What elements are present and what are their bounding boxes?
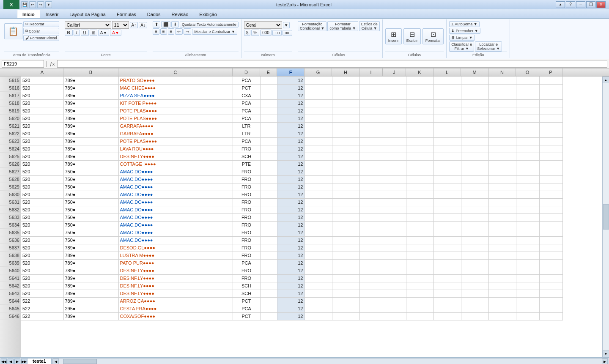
cell-h5634[interactable]: [332, 221, 359, 229]
cell-b5637[interactable]: 789●: [63, 244, 118, 252]
cell-h5620[interactable]: [332, 115, 359, 122]
cell-h5627[interactable]: [332, 168, 359, 175]
cell-o5616[interactable]: [516, 84, 539, 92]
cell-o5634[interactable]: [516, 221, 539, 229]
cell-k5645[interactable]: [406, 305, 433, 312]
row-number-5640[interactable]: 5640: [0, 267, 21, 274]
cell-p5625[interactable]: [539, 153, 562, 160]
cell-f5627[interactable]: 12: [277, 168, 304, 175]
cell-j5635[interactable]: [383, 229, 406, 236]
cell-k5641[interactable]: [406, 274, 433, 282]
col-header-n[interactable]: N: [488, 68, 516, 76]
cell-a5620[interactable]: 520: [21, 115, 63, 122]
undo-quick-button[interactable]: ↩: [29, 1, 36, 8]
cell-e5624[interactable]: [260, 145, 277, 153]
cell-g5635[interactable]: [304, 229, 332, 236]
cell-b5627[interactable]: 750●: [63, 168, 118, 175]
cell-j5639[interactable]: [383, 259, 406, 267]
cell-d5640[interactable]: FRO: [233, 267, 260, 274]
cell-g5621[interactable]: [304, 122, 332, 130]
row-number-5619[interactable]: 5619: [0, 107, 21, 115]
tab-dados[interactable]: Dados: [142, 10, 166, 18]
cell-l5643[interactable]: [433, 290, 461, 297]
cell-a5646[interactable]: 522: [21, 312, 63, 320]
increase-decimal-button[interactable]: .00: [272, 30, 282, 36]
cell-j5631[interactable]: [383, 198, 406, 206]
row-number-5618[interactable]: 5618: [0, 99, 21, 107]
cell-f5640[interactable]: 12: [277, 267, 304, 274]
cell-j5643[interactable]: [383, 290, 406, 297]
cell-h5617[interactable]: [332, 92, 359, 99]
cell-g5630[interactable]: [304, 191, 332, 198]
cell-n5640[interactable]: [488, 267, 516, 274]
cell-e5626[interactable]: [260, 160, 277, 168]
col-header-i[interactable]: I: [359, 68, 383, 76]
cell-n5642[interactable]: [488, 282, 516, 290]
sheet-nav-last[interactable]: ▶▶: [21, 359, 27, 364]
cell-i5645[interactable]: [359, 305, 383, 312]
cell-f5619[interactable]: 12: [277, 107, 304, 115]
cell-o5632[interactable]: [516, 206, 539, 213]
cell-d5636[interactable]: FRO: [233, 236, 260, 244]
cell-o5637[interactable]: [516, 244, 539, 252]
find-select-button[interactable]: Localizar eSelecionar ▼: [475, 41, 502, 52]
col-header-c[interactable]: C: [118, 68, 233, 76]
cell-e5619[interactable]: [260, 107, 277, 115]
cell-l5640[interactable]: [433, 267, 461, 274]
cell-j5640[interactable]: [383, 267, 406, 274]
cell-l5635[interactable]: [433, 229, 461, 236]
cell-n5627[interactable]: [488, 168, 516, 175]
h-scrollbar-thumb[interactable]: [63, 359, 97, 364]
cell-l5633[interactable]: [433, 213, 461, 221]
cell-e5643[interactable]: [260, 290, 277, 297]
row-number-5638[interactable]: 5638: [0, 252, 21, 259]
cell-p5629[interactable]: [539, 183, 562, 191]
cell-p5642[interactable]: [539, 282, 562, 290]
cell-p5643[interactable]: [539, 290, 562, 297]
cell-f5645[interactable]: 12: [277, 305, 304, 312]
cut-button[interactable]: ✂ Recortar: [23, 21, 59, 27]
cell-i5623[interactable]: [359, 137, 383, 145]
col-header-e[interactable]: E: [260, 68, 277, 76]
cell-j5616[interactable]: [383, 84, 406, 92]
cell-p5626[interactable]: [539, 160, 562, 168]
cell-h5638[interactable]: [332, 252, 359, 259]
cell-i5637[interactable]: [359, 244, 383, 252]
cell-f5631[interactable]: 12: [277, 198, 304, 206]
cell-h5641[interactable]: [332, 274, 359, 282]
insert-button[interactable]: ⊞ Inserir: [385, 28, 402, 44]
cell-e5646[interactable]: [260, 312, 277, 320]
cell-n5638[interactable]: [488, 252, 516, 259]
cell-k5640[interactable]: [406, 267, 433, 274]
cell-p5646[interactable]: [539, 312, 562, 320]
cell-b5624[interactable]: 789●: [63, 145, 118, 153]
cell-d5639[interactable]: PCA: [233, 259, 260, 267]
cell-a5645[interactable]: 522: [21, 305, 63, 312]
cell-p5633[interactable]: [539, 213, 562, 221]
scroll-left-button[interactable]: ◀: [53, 359, 59, 364]
cell-l5639[interactable]: [433, 259, 461, 267]
cell-k5623[interactable]: [406, 137, 433, 145]
wrap-text-button[interactable]: Quebrar Texto Automaticamente: [180, 22, 239, 27]
cell-b5640[interactable]: 789●: [63, 267, 118, 274]
cell-f5643[interactable]: 12: [277, 290, 304, 297]
cell-c5621[interactable]: GARRAFA●●●●: [118, 122, 233, 130]
cell-h5628[interactable]: [332, 175, 359, 183]
cell-a5638[interactable]: 520: [21, 252, 63, 259]
cell-j5617[interactable]: [383, 92, 406, 99]
cell-i5642[interactable]: [359, 282, 383, 290]
cell-o5619[interactable]: [516, 107, 539, 115]
cell-j5618[interactable]: [383, 99, 406, 107]
cell-g5638[interactable]: [304, 252, 332, 259]
vertical-scrollbar[interactable]: ▲ ▼: [602, 77, 609, 357]
cell-i5636[interactable]: [359, 236, 383, 244]
cell-j5625[interactable]: [383, 153, 406, 160]
cell-a5636[interactable]: 520: [21, 236, 63, 244]
cell-l5622[interactable]: [433, 130, 461, 137]
cell-c5641[interactable]: DESINF.LY●●●●: [118, 274, 233, 282]
cell-m5618[interactable]: [461, 99, 488, 107]
row-number-5624[interactable]: 5624: [0, 145, 21, 153]
cell-c5631[interactable]: AMAC.DO●●●●: [118, 198, 233, 206]
tab-layout-pagina[interactable]: Layout da Página: [64, 10, 111, 18]
cell-k5627[interactable]: [406, 168, 433, 175]
